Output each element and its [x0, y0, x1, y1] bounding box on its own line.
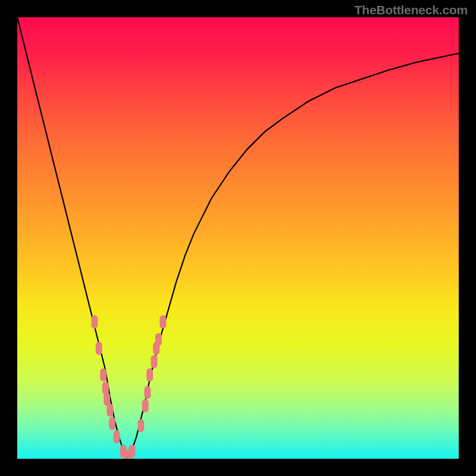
curve-marker — [146, 368, 153, 381]
curve-marker — [96, 342, 102, 355]
curve-layer — [17, 17, 459, 459]
curve-marker — [109, 417, 115, 430]
curve-marker — [102, 381, 109, 394]
curve-marker — [159, 315, 166, 328]
plot-area — [17, 17, 459, 459]
curve-marker — [91, 315, 98, 328]
curve-marker — [113, 430, 120, 443]
curve-marker — [144, 386, 151, 399]
watermark-text: TheBottleneck.com — [355, 4, 468, 16]
curve-marker — [142, 399, 149, 412]
curve-marker — [129, 444, 135, 458]
curve-marker — [107, 403, 113, 416]
curve-marker — [155, 333, 162, 346]
curve-marker — [151, 355, 158, 368]
curve-marker — [137, 419, 144, 432]
chart-frame: TheBottleneck.com — [0, 0, 476, 476]
curve-marker — [104, 393, 110, 406]
curve-marker — [100, 368, 107, 381]
marker-layer — [91, 315, 166, 459]
bottleneck-curve-path — [17, 17, 459, 459]
